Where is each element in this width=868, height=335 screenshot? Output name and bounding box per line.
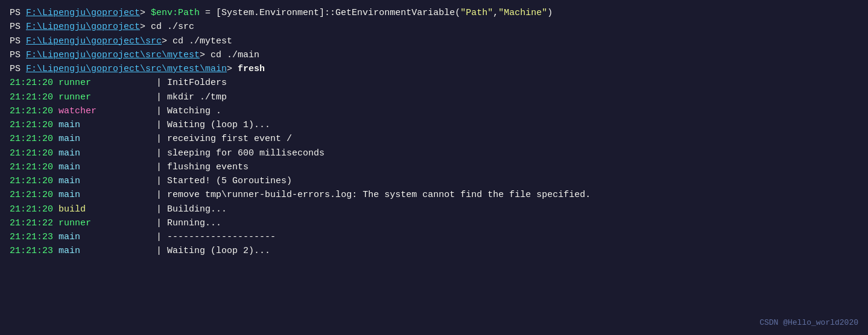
log-time-9: 21:21:20 [10,202,53,216]
ps-equals-1: = [System.Environment]::GetEnvironmentVa… [200,6,460,20]
watermark: CSDN @Hello_world2020 [759,317,858,329]
ps-path-2: F:\Lipengju\goproject [26,20,140,34]
log-line-3: 21:21:20 main | Waiting (loop 1)... [10,118,858,132]
log-role-7: main [59,174,102,188]
ps-prefix-2: PS [10,20,26,34]
log-time-0: 21:21:20 [10,76,53,90]
ps-prefix-4: PS [10,48,26,62]
log-line-4: 21:21:20 main | receiving first event / [10,132,858,146]
ps-comma-1: , [493,6,498,20]
ps-path-3: F:\Lipengju\goproject\src [26,34,162,48]
log-role-8: main [59,188,102,202]
ps-cmd-fresh: fresh [238,62,265,76]
ps-str2-1: "Machine" [498,6,547,20]
ps-line-4: PS F:\Lipengju\goproject\src\mytest> cd … [10,48,858,62]
log-msg-9: Building... [167,202,227,216]
ps-line-3: PS F:\Lipengju\goproject\src> cd ./mytes… [10,34,858,48]
log-msg-7: Started! (5 Goroutines) [167,174,292,188]
ps-prefix-1: PS [10,6,26,20]
log-time-4: 21:21:20 [10,132,53,146]
ps-arrow-5: > [227,62,238,76]
ps-end-1: ) [547,6,553,20]
log-role-1: runner [59,90,102,104]
log-role-0: runner [59,76,102,90]
ps-prefix-5: PS [10,62,26,76]
log-line-8: 21:21:20 main | remove tmp\runner-build-… [10,188,858,202]
log-line-9: 21:21:20 build | Building... [10,202,858,216]
log-time-8: 21:21:20 [10,188,53,202]
log-msg-12: Waiting (loop 2)... [167,244,270,258]
log-line-5: 21:21:20 main | sleeping for 600 millise… [10,146,858,160]
log-time-7: 21:21:20 [10,174,53,188]
log-msg-2: Watching . [167,104,221,118]
log-line-1: 21:21:20 runner | mkdir ./tmp [10,90,858,104]
ps-prefix-3: PS [10,34,26,48]
log-time-1: 21:21:20 [10,90,53,104]
log-line-11: 21:21:23 main | -------------------- [10,230,858,244]
log-msg-5: sleeping for 600 milliseconds [167,146,325,160]
log-role-3: main [59,118,102,132]
log-time-3: 21:21:20 [10,118,53,132]
log-time-6: 21:21:20 [10,160,53,174]
log-line-12: 21:21:23 main | Waiting (loop 2)... [10,244,858,258]
log-time-12: 21:21:23 [10,244,53,258]
log-line-7: 21:21:20 main | Started! (5 Goroutines) [10,174,858,188]
log-role-2: watcher [59,104,102,118]
log-role-4: main [59,132,102,146]
ps-arrow-2: > [140,20,151,34]
log-time-2: 21:21:20 [10,104,53,118]
ps-cmd-3: cd ./mytest [173,34,232,48]
ps-cmd-4: cd ./main [211,48,259,62]
log-msg-8: remove tmp\runner-build-errors.log: The … [167,188,591,202]
log-msg-6: flushing events [167,160,249,174]
log-role-10: runner [59,216,102,230]
ps-path-4: F:\Lipengju\goproject\src\mytest [26,48,200,62]
ps-line-2: PS F:\Lipengju\goproject> cd ./src [10,20,858,34]
log-role-12: main [59,244,102,258]
log-time-11: 21:21:23 [10,230,53,244]
log-msg-4: receiving first event / [167,132,292,146]
ps-path-1: F:\Lipengju\goproject [26,6,140,20]
log-line-0: 21:21:20 runner | InitFolders [10,76,858,90]
log-role-9: build [59,202,102,216]
ps-arrow-1: > [140,6,151,20]
log-line-10: 21:21:22 runner | Running... [10,216,858,230]
log-msg-1: mkdir ./tmp [167,90,227,104]
log-time-5: 21:21:20 [10,146,53,160]
log-role-6: main [59,160,102,174]
ps-path-5: F:\Lipengju\goproject\src\mytest\main [26,62,227,76]
ps-cmd-2: cd ./src [151,20,194,34]
ps-str1-1: "Path" [460,6,493,20]
log-line-6: 21:21:20 main | flushing events [10,160,858,174]
log-msg-11: -------------------- [167,230,276,244]
ps-line-5: PS F:\Lipengju\goproject\src\mytest\main… [10,62,858,76]
ps-line-1: PS F:\Lipengju\goproject> $env:Path = [S… [10,6,858,20]
log-role-5: main [59,146,102,160]
log-msg-0: InitFolders [167,76,227,90]
log-line-2: 21:21:20 watcher | Watching . [10,104,858,118]
terminal: PS F:\Lipengju\goproject> $env:Path = [S… [0,0,868,335]
ps-arrow-3: > [162,34,173,48]
log-role-11: main [59,230,102,244]
log-time-10: 21:21:22 [10,216,53,230]
ps-arrow-4: > [200,48,211,62]
log-output: 21:21:20 runner | InitFolders21:21:20 ru… [10,76,858,258]
ps-var-1: $env:Path [151,6,200,20]
log-msg-3: Waiting (loop 1)... [167,118,270,132]
log-msg-10: Running... [167,216,221,230]
